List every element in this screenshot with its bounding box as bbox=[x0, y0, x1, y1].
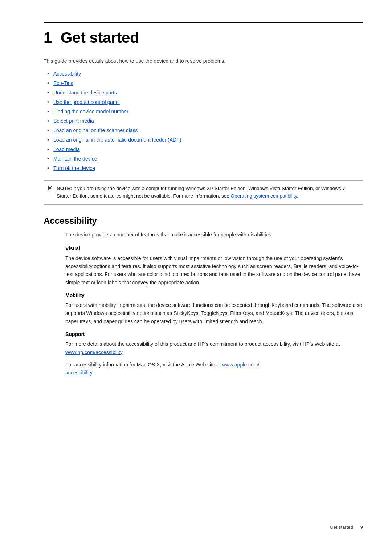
accessibility-section: Accessibility The device provides a numb… bbox=[44, 216, 363, 377]
mobility-heading: Mobility bbox=[65, 292, 363, 298]
toc-link-load-media[interactable]: Load media bbox=[53, 146, 80, 153]
page-footer: Get started 9 bbox=[330, 524, 363, 530]
note-text: NOTE: If you are using the device with a… bbox=[57, 185, 359, 200]
support-text-2: For accessibility information for Mac OS… bbox=[65, 362, 222, 368]
list-item: Load an original on the scanner glass bbox=[47, 127, 363, 134]
note-icon: 🖹 bbox=[47, 185, 53, 192]
toc-link-scanner-glass[interactable]: Load an original on the scanner glass bbox=[53, 127, 138, 134]
list-item: Finding the device model number bbox=[47, 108, 363, 116]
list-item: Load media bbox=[47, 146, 363, 153]
toc-link-print-media[interactable]: Select print media bbox=[53, 117, 94, 125]
list-item: Load an original in the automatic docume… bbox=[47, 136, 363, 144]
list-item: Maintain the device bbox=[47, 155, 363, 163]
support-body-1: For more details about the accessibility… bbox=[65, 340, 363, 356]
footer-section-label: Get started bbox=[330, 524, 353, 530]
chapter-number: 1 bbox=[44, 29, 52, 46]
note-body: If you are using the device with a compu… bbox=[57, 186, 345, 199]
chapter-intro: This guide provides details about how to… bbox=[44, 57, 363, 65]
note-box: 🖹 NOTE: If you are using the device with… bbox=[44, 180, 363, 205]
list-item: Use the product control panel bbox=[47, 98, 363, 106]
footer-page-number: 9 bbox=[360, 524, 363, 530]
toc-link-accessibility[interactable]: Accessibility bbox=[53, 70, 81, 78]
toc-link-maintain[interactable]: Maintain the device bbox=[53, 155, 97, 163]
list-item: Understand the device parts bbox=[47, 89, 363, 97]
mobility-body: For users with mobility impairments, the… bbox=[65, 301, 363, 325]
visual-body: The device software is accessible for us… bbox=[65, 254, 363, 287]
support-text-1-end: . bbox=[122, 349, 124, 355]
toc-list: Accessibility Eco-Tips Understand the de… bbox=[47, 70, 363, 172]
support-heading: Support bbox=[65, 331, 363, 337]
list-item: Turn off the device bbox=[47, 165, 363, 172]
toc-link-eco-tips[interactable]: Eco-Tips bbox=[53, 80, 73, 87]
toc-link-adf[interactable]: Load an original in the automatic docume… bbox=[53, 136, 181, 144]
list-item: Accessibility bbox=[47, 70, 363, 78]
toc-link-control-panel[interactable]: Use the product control panel bbox=[53, 98, 120, 106]
accessibility-intro: The device provides a number of features… bbox=[65, 231, 363, 239]
list-item: Select print media bbox=[47, 117, 363, 125]
support-text-2-end: . bbox=[92, 370, 94, 376]
toc-link-model-number[interactable]: Finding the device model number bbox=[53, 108, 128, 116]
accessibility-heading: Accessibility bbox=[44, 216, 363, 226]
toc-link-turn-off[interactable]: Turn off the device bbox=[53, 165, 95, 172]
hp-accessibility-link[interactable]: www.hp.com/accessibility bbox=[65, 349, 122, 355]
note-label: NOTE: bbox=[57, 186, 72, 191]
chapter-title: 1Get started bbox=[44, 22, 363, 46]
support-text-1: For more details about the accessibility… bbox=[65, 341, 340, 347]
visual-heading: Visual bbox=[65, 246, 363, 251]
support-body-2: For accessibility information for Mac OS… bbox=[65, 361, 363, 377]
toc-link-device-parts[interactable]: Understand the device parts bbox=[53, 89, 117, 97]
os-compat-link[interactable]: Operating system compatibility bbox=[230, 193, 297, 199]
list-item: Eco-Tips bbox=[47, 80, 363, 87]
